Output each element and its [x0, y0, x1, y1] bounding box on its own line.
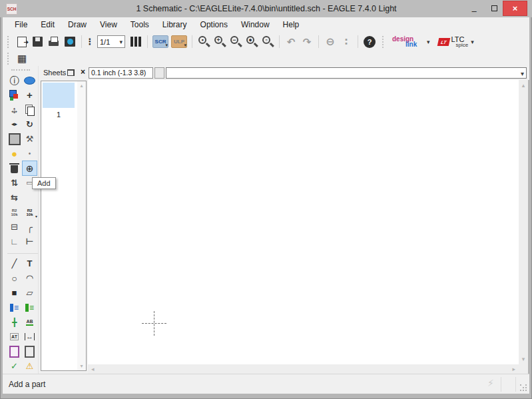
sheet-stack-icon[interactable]: ⋮: [86, 35, 94, 49]
ltc-spice-button[interactable]: LT LTC spice: [438, 36, 469, 48]
polygon-tool-icon[interactable]: ▱: [23, 286, 37, 300]
maximize-button[interactable]: [485, 0, 503, 16]
rotate-tool-icon[interactable]: ↻: [23, 117, 37, 131]
horizontal-scrollbar[interactable]: ◂ ▸: [88, 364, 519, 374]
zoom-redraw-icon[interactable]: ●: [244, 35, 259, 49]
menu-item-tools[interactable]: Tools: [124, 17, 156, 33]
open-icon[interactable]: [15, 35, 29, 49]
group-tool-icon[interactable]: [7, 132, 21, 146]
zoom-fit-icon[interactable]: ▪: [196, 35, 211, 49]
design-link-label-link: link: [405, 41, 417, 48]
ulp-button[interactable]: ULP: [171, 35, 187, 48]
text-tool-icon[interactable]: T: [23, 256, 37, 270]
errors-tool-icon[interactable]: ⚠: [23, 359, 37, 373]
close-panel-icon[interactable]: ×: [81, 67, 85, 77]
circle-tool-icon[interactable]: ○: [7, 271, 21, 285]
design-link-button[interactable]: design link: [391, 35, 424, 49]
menu-item-edit[interactable]: Edit: [34, 17, 61, 33]
close-button[interactable]: ×: [503, 1, 527, 16]
vertical-scrollbar[interactable]: ▴ ▾: [519, 80, 528, 364]
minimize-button[interactable]: –: [465, 0, 483, 16]
scroll-down-icon[interactable]: ▾: [77, 363, 86, 369]
menu-item-draw[interactable]: Draw: [61, 17, 93, 33]
invoke-tool-icon[interactable]: ⊢: [23, 234, 37, 248]
scroll-left-icon[interactable]: ◂: [91, 366, 95, 372]
zoom-select-icon[interactable]: ▫: [260, 35, 275, 49]
value-tool-icon[interactable]: R2 10k: [23, 205, 37, 219]
miter-tool-icon[interactable]: ╭: [23, 220, 37, 234]
chevron-down-icon[interactable]: ▾: [521, 70, 524, 77]
toolbar-separator: [192, 35, 192, 48]
pinswap-tool-icon[interactable]: ⇅: [7, 176, 21, 190]
split-tool-icon[interactable]: ∟: [7, 234, 21, 248]
toolbar-drag-handle[interactable]: [382, 36, 385, 48]
toolbar-drag-handle[interactable]: [7, 36, 10, 48]
dimension-tool-icon[interactable]: ↔: [23, 330, 37, 344]
menu-item-library[interactable]: Library: [156, 17, 194, 33]
menu-item-options[interactable]: Options: [194, 17, 234, 33]
resize-grip[interactable]: [520, 384, 527, 392]
wire-tool-icon[interactable]: ╱: [7, 256, 21, 270]
mark-tool-icon[interactable]: +: [23, 88, 37, 102]
smash-tool-icon[interactable]: ⊟: [7, 220, 21, 234]
float-panel-icon[interactable]: [67, 69, 75, 76]
scroll-down-icon[interactable]: ▾: [519, 356, 528, 362]
module-tool-icon[interactable]: [7, 344, 21, 358]
name-tool-icon[interactable]: R2 10k: [7, 205, 21, 219]
paste-tool-icon[interactable]: ●: [7, 147, 21, 161]
copy-tool-icon[interactable]: [23, 103, 37, 117]
help-icon[interactable]: ?: [364, 36, 376, 48]
port-tool-icon[interactable]: [23, 344, 37, 358]
delete-tool-icon[interactable]: [7, 161, 21, 175]
menu-item-help[interactable]: Help: [276, 17, 306, 33]
info-tool-icon[interactable]: ⓘ: [7, 73, 21, 87]
erc-tool-icon[interactable]: ✓: [7, 359, 21, 373]
toolbar-drag-handle[interactable]: [7, 53, 10, 65]
mark-coords-button[interactable]: [154, 67, 164, 79]
junction-tool-icon[interactable]: ╋: [7, 315, 21, 329]
scroll-up-icon[interactable]: ▴: [77, 83, 86, 89]
add-tool-icon[interactable]: ⊕: [23, 161, 37, 175]
sheet-thumbnail[interactable]: [43, 83, 75, 108]
zoom-out-icon[interactable]: −: [228, 35, 243, 49]
chevron-down-icon[interactable]: ▾: [471, 39, 474, 45]
mirror-tool-icon[interactable]: ◂▸: [7, 117, 21, 131]
arc-tool-icon[interactable]: ◠: [23, 271, 37, 285]
menu-item-file[interactable]: File: [8, 17, 34, 33]
label-tool-icon[interactable]: AB: [23, 315, 37, 329]
cut-tool-icon[interactable]: •: [23, 147, 37, 161]
sheet-list-scrollbar[interactable]: ▴ ▾: [77, 81, 86, 370]
script-button[interactable]: SCR: [152, 35, 168, 48]
gateswap-tool-icon[interactable]: ⇆: [7, 191, 21, 204]
stop-icon[interactable]: ⊖: [323, 35, 338, 49]
show-tool-icon[interactable]: [23, 73, 37, 87]
save-icon[interactable]: [31, 35, 45, 49]
sheet-selector-dropdown[interactable]: 1/1 ▾: [97, 35, 125, 48]
palette-drag-handle[interactable]: [11, 69, 30, 71]
menu-item-view[interactable]: View: [93, 17, 124, 33]
attribute-tool-icon[interactable]: AT: [7, 330, 21, 344]
print-icon[interactable]: [47, 35, 61, 49]
board-switch-icon[interactable]: [63, 35, 77, 49]
move-tool-icon[interactable]: [7, 103, 21, 117]
scroll-up-icon[interactable]: ▴: [519, 82, 528, 89]
go-icon[interactable]: ∶: [339, 35, 354, 49]
toolbar-separator: [318, 35, 319, 48]
library-manager-icon[interactable]: [129, 35, 143, 49]
chevron-down-icon[interactable]: ▾: [427, 39, 430, 45]
command-line-combobox[interactable]: ▾: [166, 67, 527, 79]
net-tool-icon[interactable]: ≡: [23, 300, 37, 314]
change-tool-icon[interactable]: ⚒: [23, 132, 37, 146]
rect-tool-icon[interactable]: ■: [7, 286, 21, 300]
schematic-canvas[interactable]: [88, 80, 519, 364]
zoom-in-icon[interactable]: +: [212, 35, 227, 49]
display-tool-icon[interactable]: [7, 88, 21, 102]
toolbar-separator: [81, 35, 82, 48]
redo-icon[interactable]: ↷: [300, 35, 314, 49]
menu-item-window[interactable]: Window: [234, 17, 276, 33]
undo-icon[interactable]: ↶: [284, 35, 298, 49]
sheet-number[interactable]: 1: [43, 111, 75, 119]
scroll-right-icon[interactable]: ▸: [512, 366, 515, 372]
bus-tool-icon[interactable]: ≡: [7, 300, 21, 314]
grid-icon[interactable]: ▦: [15, 51, 29, 65]
